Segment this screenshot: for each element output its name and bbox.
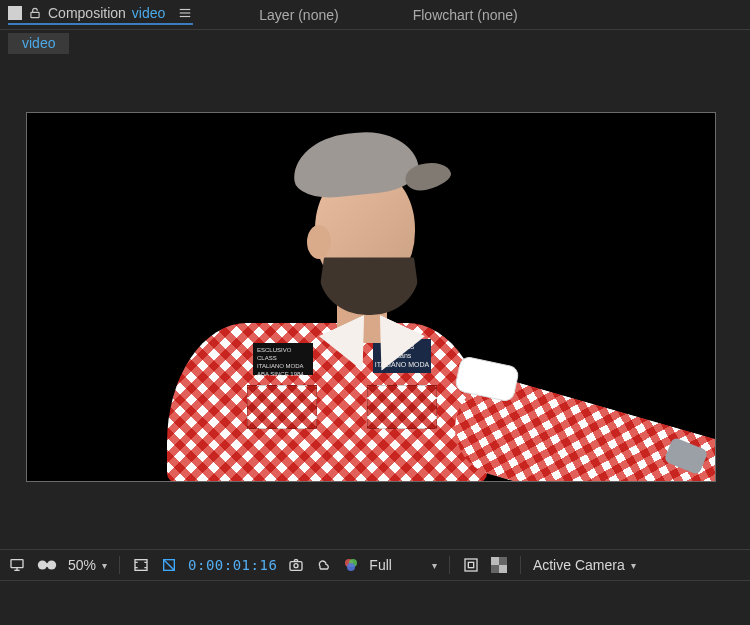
roi-icon[interactable] bbox=[462, 557, 480, 573]
composition-canvas[interactable]: ESCLUSIVO CLASS ITALIANO MODA ABA SINCE … bbox=[26, 112, 716, 482]
svg-rect-10 bbox=[135, 560, 147, 571]
svg-point-16 bbox=[347, 563, 355, 571]
color-mgmt-icon[interactable] bbox=[343, 557, 359, 573]
zoom-value: 50% bbox=[68, 557, 96, 573]
preview-icon[interactable] bbox=[315, 557, 333, 573]
svg-rect-9 bbox=[45, 563, 49, 567]
patch-left-line3: ABA SINCE 1984 bbox=[257, 371, 304, 377]
comp-mini-flow-item[interactable]: video bbox=[8, 33, 69, 54]
svg-rect-12 bbox=[290, 562, 302, 571]
snapshot-icon[interactable] bbox=[287, 557, 305, 573]
resolution-value: Full bbox=[369, 557, 392, 573]
comp-mini-flow: video bbox=[0, 30, 750, 56]
chevron-down-icon: ▾ bbox=[432, 560, 437, 571]
chevron-down-icon: ▾ bbox=[631, 560, 636, 571]
divider bbox=[520, 556, 521, 574]
current-time[interactable]: 0:00:01:16 bbox=[188, 557, 277, 573]
svg-rect-17 bbox=[465, 559, 477, 571]
view-value: Active Camera bbox=[533, 557, 625, 573]
svg-rect-0 bbox=[31, 12, 39, 17]
tab-composition[interactable]: Composition video bbox=[8, 5, 193, 25]
svg-rect-20 bbox=[491, 557, 499, 565]
preview-content: ESCLUSIVO CLASS ITALIANO MODA ABA SINCE … bbox=[27, 113, 715, 481]
goggles-icon[interactable] bbox=[36, 558, 58, 572]
tab-flowchart[interactable]: Flowchart (none) bbox=[413, 7, 518, 23]
divider bbox=[449, 556, 450, 574]
chevron-down-icon: ▾ bbox=[102, 560, 107, 571]
divider bbox=[119, 556, 120, 574]
viewer-toolbar: 50% ▾ 0:00:01:16 Full ▾ bbox=[0, 549, 750, 581]
viewer-area: ESCLUSIVO CLASS ITALIANO MODA ABA SINCE … bbox=[0, 56, 750, 549]
transparency-grid-icon[interactable] bbox=[490, 557, 508, 573]
tab-layer[interactable]: Layer (none) bbox=[259, 7, 338, 23]
panel-footer-space bbox=[0, 581, 750, 625]
patch-left-line1: ESCLUSIVO CLASS bbox=[257, 347, 291, 361]
panel-menu-icon[interactable] bbox=[177, 6, 193, 20]
mask-toggle-icon[interactable] bbox=[160, 557, 178, 573]
view-dropdown[interactable]: Active Camera ▾ bbox=[533, 557, 636, 573]
monitor-icon[interactable] bbox=[8, 557, 26, 573]
safe-zones-icon[interactable] bbox=[132, 557, 150, 573]
comp-swatch-icon bbox=[8, 6, 22, 20]
tab-composition-label: Composition bbox=[48, 5, 126, 21]
patch-left-line2: ITALIANO MODA bbox=[257, 363, 304, 369]
zoom-dropdown[interactable]: 50% ▾ bbox=[68, 557, 107, 573]
tab-composition-name: video bbox=[132, 5, 165, 21]
svg-point-13 bbox=[294, 564, 298, 568]
svg-rect-18 bbox=[468, 562, 473, 567]
svg-rect-21 bbox=[499, 565, 507, 573]
lock-open-icon[interactable] bbox=[28, 6, 42, 20]
resolution-dropdown[interactable]: Full ▾ bbox=[369, 557, 437, 573]
panel-tab-bar: Composition video Layer (none) Flowchart… bbox=[0, 0, 750, 30]
svg-rect-4 bbox=[11, 560, 23, 568]
